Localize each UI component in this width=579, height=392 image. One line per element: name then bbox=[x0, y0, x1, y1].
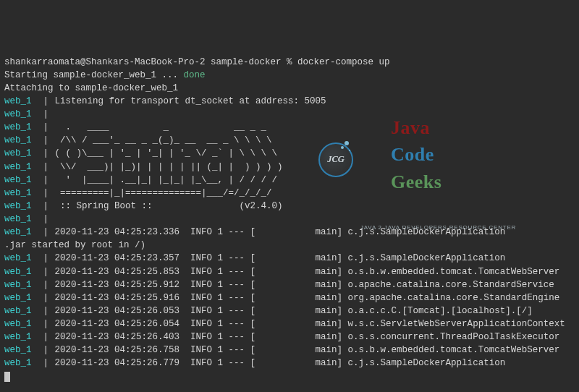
logo-word-code: Code bbox=[391, 144, 434, 165]
log-line: web_1 | 2020-11-23 04:25:26.054 INFO 1 -… bbox=[4, 318, 575, 331]
log-line: web_1 | 2020-11-23 04:25:25.853 INFO 1 -… bbox=[4, 265, 575, 278]
logo-subtitle: Java 2 Java Developers Resource Center bbox=[360, 223, 516, 232]
logo-text-block: Java Code Geeks Java 2 Java Developers R… bbox=[360, 87, 516, 232]
logo-word-geeks: Geeks bbox=[391, 171, 441, 192]
log-line: web_1 | 2020-11-23 04:25:26.758 INFO 1 -… bbox=[4, 344, 575, 357]
log-line-wrap: .jar started by root in /) bbox=[4, 239, 575, 252]
log-line: web_1 | 2020-11-23 04:25:26.053 INFO 1 -… bbox=[4, 304, 575, 318]
jcg-badge-icon: JCG bbox=[318, 142, 353, 177]
prompt-line: shankarraomata@Shankars-MacBook-Pro-2 sa… bbox=[4, 56, 575, 69]
log-line: web_1 | 2020-11-23 04:25:23.357 INFO 1 -… bbox=[4, 252, 575, 265]
logo-title: Java Code Geeks bbox=[360, 87, 516, 223]
starting-line: Starting sample-docker_web_1 ... done bbox=[4, 69, 575, 82]
log-line: web_1 | 2020-11-23 04:25:25.912 INFO 1 -… bbox=[4, 278, 575, 291]
log-line: web_1 | 2020-11-23 04:25:26.403 INFO 1 -… bbox=[4, 331, 575, 344]
java-code-geeks-logo: JCG Java Code Geeks Java 2 Java Develope… bbox=[318, 87, 516, 232]
log-line: web_1 | 2020-11-23 04:25:26.779 INFO 1 -… bbox=[4, 357, 575, 370]
logo-word-java: Java bbox=[391, 117, 430, 138]
log-line: web_1 | 2020-11-23 04:25:25.916 INFO 1 -… bbox=[4, 291, 575, 304]
cursor-line[interactable] bbox=[4, 370, 575, 383]
terminal-cursor[interactable] bbox=[4, 372, 10, 382]
